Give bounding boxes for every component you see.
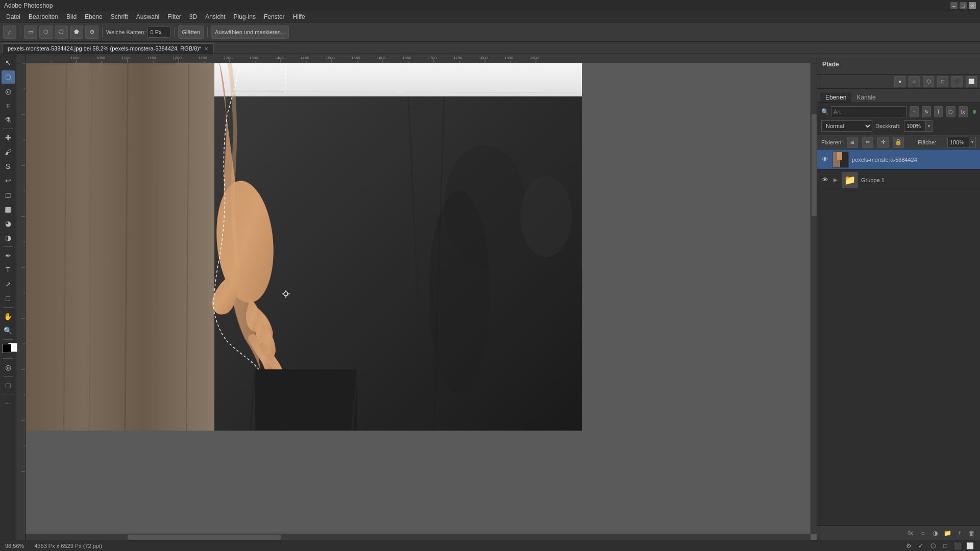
- canvas-area[interactable]: [26, 63, 817, 540]
- add-to-selection-btn[interactable]: ⊕: [85, 26, 99, 39]
- deckkraft-input[interactable]: [904, 120, 925, 132]
- minimize-button[interactable]: –: [950, 2, 958, 9]
- status-icon-3[interactable]: ⬡: [928, 541, 938, 551]
- statusbar: 98,56% 4353 Px x 6529 Px (72 ppi) ⚙ ✓ ⬡ …: [0, 540, 980, 551]
- scrollbar-horizontal[interactable]: [26, 534, 811, 540]
- tool-healing[interactable]: ✚: [2, 131, 15, 144]
- pfade-icon-6[interactable]: ⬜: [966, 76, 977, 87]
- scrollbar-thumb-v[interactable]: [812, 114, 817, 216]
- layer-adjustment-btn[interactable]: ◑: [930, 528, 940, 538]
- tool-dodge[interactable]: ◑: [2, 231, 15, 244]
- menu-hilfe[interactable]: Hilfe: [289, 12, 309, 21]
- foreground-color[interactable]: [2, 344, 11, 353]
- menu-bearbeiten[interactable]: Bearbeiten: [24, 12, 62, 21]
- weiche-kanten-label: Weiche Kanten:: [106, 29, 145, 35]
- status-icon-2[interactable]: ✓: [916, 541, 926, 551]
- tool-pen[interactable]: ✒: [2, 249, 15, 262]
- scrollbar-thumb-h[interactable]: [128, 535, 281, 540]
- layer-group-btn[interactable]: 📁: [942, 528, 952, 538]
- glatten-button[interactable]: Glätten: [178, 26, 203, 39]
- status-icon-5[interactable]: ⬛: [952, 541, 963, 551]
- tool-crop[interactable]: ⌗: [2, 99, 15, 112]
- maximize-button[interactable]: □: [960, 2, 967, 9]
- tool-shape[interactable]: □: [2, 292, 15, 305]
- tool-history-brush[interactable]: ↩: [2, 174, 15, 187]
- layer-fx-btn[interactable]: fx: [905, 528, 916, 538]
- tool-gradient[interactable]: ▦: [2, 203, 15, 216]
- tool-sep-1: [3, 129, 13, 129]
- menu-3d[interactable]: 3D: [185, 12, 201, 21]
- tool-brush[interactable]: 🖌: [2, 145, 15, 159]
- layer-delete-btn[interactable]: 🗑: [967, 528, 977, 538]
- flaeche-arrow[interactable]: ▼: [969, 137, 976, 148]
- menu-schrift[interactable]: Schrift: [107, 12, 132, 21]
- menu-datei[interactable]: Datei: [2, 12, 24, 21]
- tool-path-select[interactable]: ↗: [2, 278, 15, 291]
- lasso-polygon-btn[interactable]: ⬠: [55, 26, 68, 39]
- menu-plugins[interactable]: Plug-ins: [230, 12, 260, 21]
- layer-visibility-1[interactable]: 👁: [820, 176, 829, 185]
- menu-ansicht[interactable]: Ansicht: [201, 12, 229, 21]
- layer-expand-1[interactable]: ▶: [832, 177, 839, 183]
- layer-new-btn[interactable]: +: [954, 528, 965, 538]
- art-search-input[interactable]: [831, 106, 906, 117]
- tool-move[interactable]: ↖: [2, 56, 15, 69]
- tool-object-select[interactable]: ◎: [2, 85, 15, 98]
- tab-kanaele[interactable]: Kanäle: [851, 92, 880, 103]
- document-tab[interactable]: pexels-monstera-5384424.jpg bei 58,2% (p…: [2, 43, 214, 54]
- menu-ebene[interactable]: Ebene: [81, 12, 107, 21]
- pfade-icon-3[interactable]: ⬡: [923, 76, 934, 87]
- fix-pixel-btn[interactable]: ⊞: [847, 137, 858, 148]
- auswaehlen-maskieren-button[interactable]: Auswählen und maskieren...: [211, 26, 289, 39]
- tool-stamp[interactable]: S: [2, 160, 15, 173]
- layer-view-edit[interactable]: ✎: [922, 106, 931, 117]
- layer-mask-btn[interactable]: ○: [918, 528, 928, 538]
- tool-lasso[interactable]: ⬡: [2, 70, 15, 84]
- layer-view-type[interactable]: T: [934, 106, 943, 117]
- tool-hand[interactable]: ✋: [2, 310, 15, 323]
- home-button[interactable]: ⌂: [3, 26, 16, 39]
- tool-quick-mask[interactable]: ◎: [2, 361, 15, 374]
- close-button[interactable]: ✕: [969, 2, 976, 9]
- blend-mode-select[interactable]: Normal Multiplizieren Bildschirm: [821, 120, 872, 132]
- pfade-icon-4[interactable]: □: [937, 76, 948, 87]
- weiche-kanten-input[interactable]: [148, 27, 170, 38]
- fix-brush-btn[interactable]: ✏: [862, 137, 873, 148]
- tab-close-icon[interactable]: ✕: [204, 46, 208, 52]
- tool-screen-mode[interactable]: ◻: [2, 379, 15, 392]
- tool-more[interactable]: ···: [2, 396, 15, 410]
- status-icon-6[interactable]: ⬜: [965, 541, 975, 551]
- window-controls: – □ ✕: [950, 2, 976, 9]
- status-icon-1[interactable]: ⚙: [903, 541, 914, 551]
- layer-visibility-0[interactable]: 👁: [820, 155, 829, 164]
- pfade-icon-2[interactable]: ○: [909, 76, 920, 87]
- layer-view-fx[interactable]: fx: [959, 106, 968, 117]
- tool-blur[interactable]: ◕: [2, 217, 15, 230]
- tool-eyedropper[interactable]: ⚗: [2, 113, 15, 127]
- status-icon-4[interactable]: □: [940, 541, 950, 551]
- layer-view-smart[interactable]: ⬡: [946, 106, 955, 117]
- pfade-icon-1[interactable]: ●: [894, 76, 905, 87]
- menu-fenster[interactable]: Fenster: [260, 12, 289, 21]
- tool-zoom[interactable]: 🔍: [2, 324, 15, 337]
- layer-item-1[interactable]: 👁 ▶ 📁 Gruppe 1: [817, 170, 980, 190]
- pfade-icon-5[interactable]: ⬛: [951, 76, 963, 87]
- menu-bild[interactable]: Bild: [62, 12, 81, 21]
- fix-all-btn[interactable]: 🔒: [893, 137, 904, 148]
- tab-ebenen[interactable]: Ebenen: [820, 92, 851, 103]
- layer-item-0[interactable]: 👁 pexels-monstera-5384424: [817, 149, 980, 170]
- menu-filter[interactable]: Filter: [163, 12, 185, 21]
- lasso-rect-btn[interactable]: ▭: [24, 26, 37, 39]
- lasso-freeform-btn[interactable]: ⬡: [39, 26, 53, 39]
- layer-view-list[interactable]: ≡: [910, 106, 919, 117]
- flaeche-input[interactable]: [947, 137, 969, 148]
- tool-sep-5: [3, 358, 13, 359]
- svg-text:1200: 1200: [173, 56, 182, 60]
- tool-type[interactable]: T: [2, 263, 15, 277]
- scrollbar-vertical[interactable]: [811, 63, 817, 534]
- tool-eraser[interactable]: ◻: [2, 188, 15, 202]
- deckkraft-arrow[interactable]: ▼: [925, 120, 933, 132]
- lasso-magnetic-btn[interactable]: ⬟: [70, 26, 83, 39]
- fix-move-btn[interactable]: ✛: [877, 137, 889, 148]
- menu-auswahl[interactable]: Auswahl: [132, 12, 163, 21]
